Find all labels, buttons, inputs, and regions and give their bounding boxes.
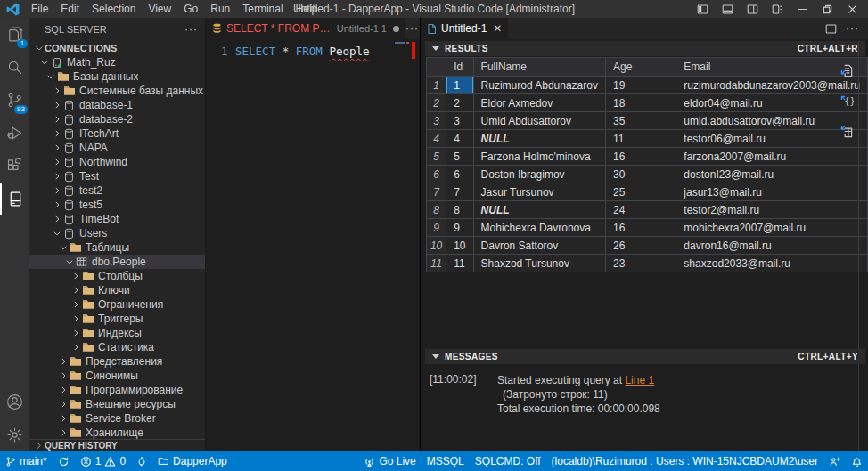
notifications-item[interactable]	[846, 451, 868, 471]
search-icon[interactable]	[0, 51, 29, 84]
folder-status-item[interactable]: DapperApp	[152, 451, 233, 471]
row-number-cell[interactable]: 7	[427, 183, 446, 201]
tree-item[interactable]: database-2	[29, 112, 205, 126]
grid-cell[interactable]: mohichexra2007@mail.ru	[676, 219, 868, 237]
grid-cell[interactable]: Davron Sattorov	[473, 237, 605, 255]
tree-item[interactable]: Столбцы	[29, 269, 205, 283]
row-number-cell[interactable]: 4	[427, 130, 446, 148]
mssql-item[interactable]: MSSQL	[422, 451, 470, 471]
sync-item[interactable]	[53, 451, 75, 471]
grid-column-header[interactable]: Id	[446, 58, 473, 77]
grid-cell[interactable]: Shaxzod Tursunov	[473, 255, 605, 272]
grid-cell[interactable]: 11	[605, 130, 676, 148]
sql-editor[interactable]: 1 SELECT * FROM People	[206, 39, 420, 451]
extensions-icon[interactable]	[0, 150, 29, 183]
tree-item[interactable]: Хранилище	[29, 426, 205, 440]
grid-cell[interactable]: Mohichexra Davronova	[473, 219, 605, 237]
grid-cell[interactable]: 1	[446, 77, 473, 94]
row-number-cell[interactable]: 11	[427, 255, 446, 272]
grid-cell[interactable]: ruzimurodabdunazarov2003@mail.ru	[676, 77, 868, 94]
explorer-icon[interactable]: 1	[0, 18, 29, 51]
tree-item[interactable]: test2	[29, 183, 205, 198]
tree-item[interactable]: Ключи	[29, 283, 205, 297]
menu-selection[interactable]: Selection	[86, 3, 142, 15]
flame-item[interactable]	[131, 451, 152, 471]
grid-cell[interactable]: 26	[605, 237, 676, 255]
grid-cell[interactable]: eldor04@mail.ru	[676, 94, 868, 112]
tree-item[interactable]: Статистика	[29, 340, 205, 354]
row-number-cell[interactable]: 2	[427, 94, 446, 112]
menu-edit[interactable]: Edit	[54, 3, 86, 15]
grid-cell[interactable]: 10	[446, 237, 473, 255]
grid-cell[interactable]: davron16@mail.ru	[676, 237, 868, 255]
tab-sql-query[interactable]: SELECT * FROM People Untitled-1 1	[206, 18, 405, 39]
grid-cell[interactable]: 8	[446, 201, 473, 219]
more-actions-icon[interactable]: ···	[184, 23, 198, 36]
save-json-icon[interactable]: {}	[840, 94, 854, 108]
close-icon[interactable]: ✕	[493, 22, 502, 35]
messages-section-header[interactable]: MESSAGES CTRL+ALT+Y	[425, 349, 865, 364]
grid-cell[interactable]: 5	[446, 148, 473, 166]
grid-cell[interactable]: testor2@mail.ru	[676, 201, 868, 219]
row-number-cell[interactable]: 9	[427, 219, 446, 237]
layout-panel-icon[interactable]	[717, 1, 738, 17]
grid-cell[interactable]: Umid Abdusattorov	[473, 112, 605, 130]
grid-cell[interactable]: 18	[605, 94, 676, 112]
problems-item[interactable]: 1 0	[75, 451, 131, 471]
grid-cell[interactable]: 4	[446, 130, 473, 148]
tab-untitled-1-results[interactable]: Untitled-1 ✕	[421, 18, 508, 39]
menu-file[interactable]: File	[25, 3, 54, 15]
tree-item[interactable]: Внешние ресурсы	[29, 397, 205, 411]
tree-item[interactable]: NAPA	[29, 141, 205, 155]
tree-item[interactable]: Service Broker	[29, 411, 205, 426]
tree-item[interactable]: Индексы	[29, 326, 205, 340]
go-live-item[interactable]: Go Live	[358, 451, 421, 471]
run-and-debug-icon[interactable]	[0, 117, 29, 150]
tree-item[interactable]: Test	[29, 169, 205, 183]
settings-gear-icon[interactable]	[0, 418, 29, 451]
grid-cell[interactable]: 16	[605, 219, 676, 237]
tree-item[interactable]: Триггеры	[29, 312, 205, 326]
feedback-item[interactable]	[823, 451, 846, 471]
grid-cell[interactable]: 6	[446, 166, 473, 183]
more-actions-icon[interactable]: ···	[846, 22, 859, 35]
grid-cell[interactable]: Eldor Axmedov	[473, 94, 605, 112]
row-number-cell[interactable]: 10	[427, 237, 446, 255]
row-number-cell[interactable]: 8	[427, 201, 446, 219]
results-grid[interactable]: IdFullNameAgeEmail11Ruzimurod Abdunazaro…	[426, 57, 868, 272]
menu-run[interactable]: Run	[204, 3, 236, 15]
row-number-cell[interactable]: 5	[427, 148, 446, 166]
account-icon[interactable]	[0, 386, 29, 418]
tree-item[interactable]: ITechArt	[29, 126, 205, 141]
tree-item[interactable]: Northwind	[29, 155, 205, 169]
split-editor-icon[interactable]	[825, 23, 837, 35]
grid-cell[interactable]: jasur13@mail.ru	[676, 183, 868, 201]
grid-column-header[interactable]: Email	[676, 58, 868, 77]
tree-item[interactable]: Math_Ruz	[29, 55, 205, 69]
customize-layout-icon[interactable]	[766, 1, 788, 17]
modified-dot-icon[interactable]	[393, 26, 399, 32]
grid-cell[interactable]: Ruzimurod Abdunazarov	[473, 77, 605, 94]
connections-section[interactable]: CONNECTIONS	[29, 41, 205, 55]
results-section-header[interactable]: RESULTS CTRL+ALT+R	[425, 41, 865, 56]
restore-icon[interactable]	[816, 1, 838, 17]
row-number-cell[interactable]: 1	[427, 77, 446, 94]
git-branch-item[interactable]: main*	[0, 451, 53, 471]
tree-item[interactable]: Таблицы	[29, 240, 205, 255]
sql-server-icon[interactable]	[0, 183, 29, 215]
grid-cell[interactable]: testor06@mail.ru	[676, 130, 868, 148]
tree-item[interactable]: Представления	[29, 354, 205, 369]
grid-cell[interactable]: Jasur Tursunov	[473, 183, 605, 201]
grid-column-header[interactable]: FullName	[473, 58, 605, 77]
close-icon[interactable]	[841, 1, 863, 17]
tree-item[interactable]: Программирование	[29, 383, 205, 397]
grid-cell[interactable]: 7	[446, 183, 473, 201]
menu-terminal[interactable]: Terminal	[236, 3, 289, 15]
tree-item[interactable]: Базы данных	[29, 69, 205, 84]
tree-item[interactable]: TimeBot	[29, 212, 205, 226]
grid-cell[interactable]: 2	[446, 94, 473, 112]
line-1-link[interactable]: Line 1	[625, 374, 654, 386]
grid-cell[interactable]: umid.abdusattorov@mail.ru	[676, 112, 868, 130]
grid-column-header[interactable]: Age	[605, 58, 676, 77]
grid-cell[interactable]: 24	[605, 201, 676, 219]
